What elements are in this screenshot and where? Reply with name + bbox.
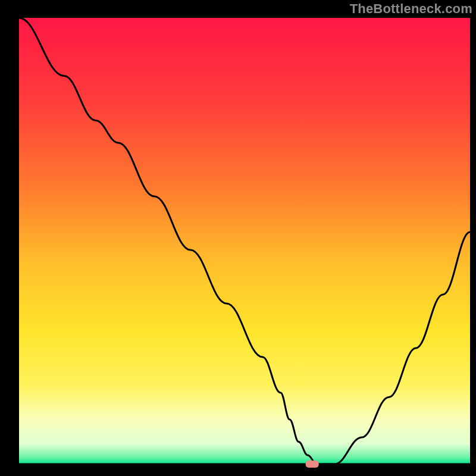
- optimal-point-marker: [306, 461, 319, 468]
- chart-container: TheBottleneck.com: [0, 0, 476, 476]
- bottleneck-chart: [0, 0, 476, 476]
- chart-gradient-bg: [19, 18, 470, 464]
- watermark-label: TheBottleneck.com: [350, 1, 472, 17]
